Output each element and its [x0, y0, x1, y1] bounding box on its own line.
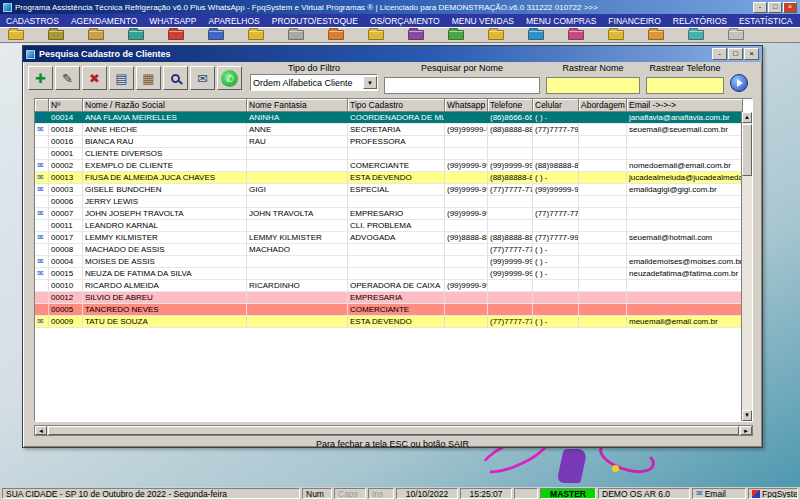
cell-email — [627, 208, 743, 219]
table-row[interactable]: ✉00018ANNE HECHEANNESECRETARIA(99)99999-… — [35, 124, 741, 136]
vertical-scrollbar-thumb[interactable] — [742, 124, 752, 176]
table-row[interactable]: ✉00007JOHN JOSEPH TRAVOLTAJOHN TRAVOLTAE… — [35, 208, 741, 220]
column-header-abordagem[interactable]: Abordagem — [579, 99, 627, 112]
table-row[interactable]: 00011LEANDRO KARNALCLI. PROBLEMA — [35, 220, 741, 232]
folder-purple-icon[interactable] — [408, 30, 424, 40]
folder-gray-icon[interactable] — [288, 30, 304, 40]
horizontal-scrollbar[interactable]: ◄ ► — [34, 425, 753, 436]
cell-email: nomedoemail@email.com.br — [627, 160, 743, 171]
search-button[interactable] — [163, 66, 188, 90]
window-titlebar[interactable]: Pesquisa Cadastro de Clientes - □ × — [23, 46, 762, 62]
app-close-button[interactable]: × — [783, 2, 797, 13]
folder-cyan-icon[interactable] — [688, 30, 704, 40]
track-name-input[interactable] — [546, 77, 640, 94]
column-header-telefone[interactable]: Telefone — [488, 99, 533, 112]
horizontal-scrollbar-thumb[interactable] — [48, 426, 739, 435]
table-row[interactable]: ✉00003GISELE BUNDCHENGIGIESPECIAL(99)999… — [35, 184, 741, 196]
folder-yellow-3-icon[interactable] — [368, 30, 384, 40]
folder-amber-icon[interactable] — [648, 30, 664, 40]
folder-olive-icon[interactable] — [48, 30, 64, 40]
edit-button[interactable]: ✎ — [55, 66, 80, 90]
column-header-gutter[interactable] — [35, 99, 49, 112]
folder-teal-icon[interactable] — [128, 30, 144, 40]
table-row[interactable]: 00001CLIENTE DIVERSOS — [35, 148, 741, 160]
app-maximize-button[interactable]: □ — [768, 2, 782, 13]
window-close-button[interactable]: × — [744, 48, 759, 60]
table-row[interactable]: 00010RICARDO ALMEIDARICARDINHOOPERADORA … — [35, 280, 741, 292]
menu-financeiro[interactable]: FINANCEIRO — [602, 14, 666, 27]
status-fpqsystem-button[interactable]: FpqSystem — [748, 488, 798, 499]
delete-button[interactable]: ✖ — [82, 66, 107, 90]
track-phone-go-button[interactable] — [730, 74, 748, 92]
folder-silver-icon[interactable] — [728, 30, 744, 40]
column-header-nome-fantasia[interactable]: Nome Fantasia — [247, 99, 348, 112]
vertical-scrollbar[interactable]: ▲ ▼ — [741, 112, 752, 421]
window-minimize-button[interactable]: - — [712, 48, 727, 60]
cell-num: 00012 — [49, 292, 83, 303]
folder-pink-icon[interactable] — [568, 30, 584, 40]
table-row[interactable]: ✉00017LEMMY KILMISTERLEMMY KILMISTERADVO… — [35, 232, 741, 244]
column-header-tipo-cadastro[interactable]: Tipo Cadastro — [348, 99, 445, 112]
folder-skyblue-icon[interactable] — [528, 30, 544, 40]
column-header-email-[interactable]: Email ->->-> — [627, 99, 743, 112]
table-row[interactable]: 00006JERRY LEWIS — [35, 196, 741, 208]
menu-relat-rios[interactable]: RELATÓRIOS — [667, 14, 733, 27]
cell-nome: NEUZA DE FATIMA DA SILVA — [83, 268, 247, 279]
table-row[interactable]: ✉00002EXEMPLO DE CLIENTECOMERCIANTE(99)9… — [35, 160, 741, 172]
status-email-button[interactable]: ✉Email — [692, 488, 746, 499]
table-row[interactable]: ✉00004MOISES DE ASSIS(99)9999-9999( ) -e… — [35, 256, 741, 268]
cell-email: emaildemoises@moises.com.br — [627, 256, 743, 267]
email-button[interactable]: ✉ — [190, 66, 215, 90]
folder-blue-icon[interactable] — [208, 30, 224, 40]
menu-menu-vendas[interactable]: MENU VENDAS — [446, 14, 520, 27]
column-header-nº[interactable]: Nº — [49, 99, 83, 112]
scroll-left-button[interactable]: ◄ — [35, 426, 47, 435]
table-row[interactable]: ✉00013FIUSA DE ALMEIDA JUCA CHAVESESTA D… — [35, 172, 741, 184]
chevron-down-icon[interactable]: ▼ — [363, 76, 377, 89]
table-row[interactable]: 00012SILVIO DE ABREUEMPRESARIA — [35, 292, 741, 304]
menu-whatsapp[interactable]: WHATSAPP — [143, 14, 202, 27]
folder-yellow-4-icon[interactable] — [488, 30, 504, 40]
search-name-input[interactable] — [384, 77, 540, 94]
menu-menu-compras[interactable]: MENU COMPRAS — [520, 14, 602, 27]
scroll-right-button[interactable]: ► — [740, 426, 752, 435]
cell-fantasia: RAU — [247, 136, 348, 147]
cell-nome: TANCREDO NEVES — [83, 304, 247, 315]
table-row[interactable]: 00008MACHADO DE ASSISMACHADO(77)7777-777… — [35, 244, 741, 256]
folder-yellow-5-icon[interactable] — [608, 30, 624, 40]
print-button[interactable]: ▤ — [109, 66, 134, 90]
table-row[interactable]: 00016BIANCA RAURAUPROFESSORA — [35, 136, 741, 148]
menu-os-or-amento[interactable]: OS/ORÇAMENTO — [364, 14, 446, 27]
folder-green-icon[interactable] — [448, 30, 464, 40]
column-header-whatsapp[interactable]: Whatsapp — [445, 99, 488, 112]
menu-aparelhos[interactable]: APARELHOS — [202, 14, 265, 27]
window-maximize-button[interactable]: □ — [728, 48, 743, 60]
track-phone-input[interactable] — [646, 77, 724, 94]
scroll-down-button[interactable]: ▼ — [742, 410, 752, 421]
menu-estat-stica[interactable]: ESTATÍSTICA — [733, 14, 799, 27]
scroll-up-button[interactable]: ▲ — [742, 112, 752, 123]
grid-header: NºNome / Razão SocialNome FantasiaTipo C… — [35, 99, 752, 112]
filter-combobox[interactable]: Ordem Alfabetica Cliente ▼ — [250, 74, 378, 91]
menu-cadastros[interactable]: CADASTROS — [0, 14, 65, 27]
folder-orange-icon[interactable] — [328, 30, 344, 40]
whatsapp-button[interactable]: ✆ — [217, 66, 242, 90]
folder-tan-icon[interactable] — [88, 30, 104, 40]
table-row[interactable]: 00005TANCREDO NEVESCOMERCIANTE — [35, 304, 741, 316]
menu-produto-estoque[interactable]: PRODUTO/ESTOQUE — [266, 14, 364, 27]
add-button[interactable]: ✚ — [28, 66, 53, 90]
menu-agendamento[interactable]: AGENDAMENTO — [65, 14, 143, 27]
table-row[interactable]: ✉00015NEUZA DE FATIMA DA SILVA(99)9999-9… — [35, 268, 741, 280]
table-row[interactable]: ✉00014ANA FLAVIA MEIRELLESANINHACOORDENA… — [35, 112, 741, 124]
folder-yellow-2-icon[interactable] — [248, 30, 264, 40]
column-header-nome-raz-o-social[interactable]: Nome / Razão Social — [83, 99, 247, 112]
folder-yellow-1-icon[interactable] — [8, 30, 24, 40]
cell-fantasia — [247, 268, 348, 279]
app-minimize-button[interactable]: - — [753, 2, 767, 13]
cell-tipo: EMPRESARIO — [348, 208, 445, 219]
report-button[interactable]: ▦ — [136, 66, 161, 90]
email-icon: ✉ — [37, 317, 44, 326]
folder-red-icon[interactable] — [168, 30, 184, 40]
column-header-celular[interactable]: Celular — [533, 99, 579, 112]
table-row[interactable]: ✉00009TATU DE SOUZAESTA DEVENDO(77)7777-… — [35, 316, 741, 328]
